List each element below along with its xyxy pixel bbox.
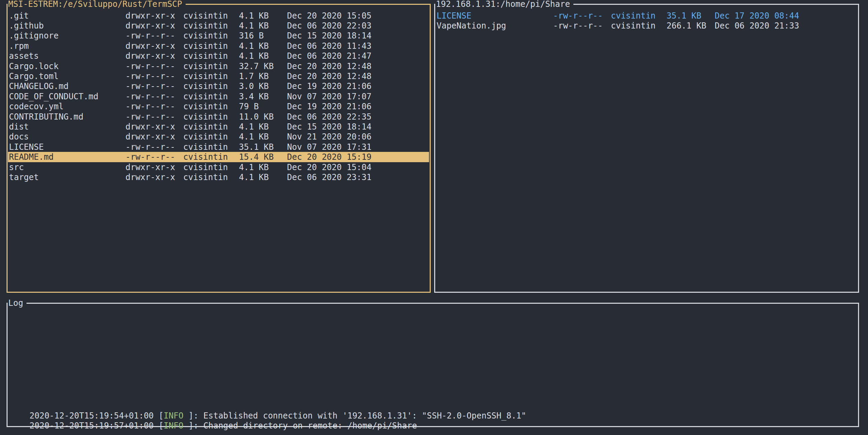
local-file-list: .git drwxr-xr-x cvisintin 4.1 KB Dec 20 … [8, 5, 430, 292]
file-row[interactable]: dist drwxr-xr-x cvisintin 4.1 KB Dec 15 … [8, 122, 429, 132]
file-owner: cvisintin [183, 142, 239, 152]
file-owner: cvisintin [183, 41, 239, 51]
file-size: 3.4 KB [239, 92, 287, 101]
file-name: dist [9, 122, 125, 132]
file-permissions: -rw-r--r-- [125, 81, 183, 91]
termscp-screen: MSI-ESTREM:/e/Sviluppo/Rust/TermSCP .git… [0, 0, 868, 435]
file-name: Cargo.lock [9, 62, 125, 71]
file-modified: Dec 06 2020 21:33 [715, 21, 857, 31]
file-size: 266.1 KB [667, 21, 715, 31]
file-row[interactable]: .github drwxr-xr-x cvisintin 4.1 KB Dec … [8, 21, 429, 31]
file-row[interactable]: CHANGELOG.md -rw-r--r-- cvisintin 3.0 KB… [8, 81, 429, 91]
file-row[interactable]: src drwxr-xr-x cvisintin 4.1 KB Dec 20 2… [8, 162, 429, 172]
file-row[interactable]: codecov.yml -rw-r--r-- cvisintin 79 B De… [8, 102, 429, 112]
log-panel: Log 2020-12-20T15:19:54+01:00 [INFO ]: E… [7, 303, 859, 427]
file-owner: cvisintin [183, 102, 239, 111]
file-row[interactable]: CONTRIBUTING.md -rw-r--r-- cvisintin 11.… [8, 112, 429, 122]
file-owner: cvisintin [183, 81, 239, 91]
file-owner: cvisintin [183, 92, 239, 101]
log-timestamp: 2020-12-20T15:19:54+01:00 [ [30, 411, 164, 421]
file-owner: cvisintin [183, 71, 239, 81]
remote-file-list: LICENSE -rw-r--r-- cvisintin 35.1 KB Dec… [435, 5, 858, 292]
file-modified: Dec 06 2020 21:47 [287, 51, 429, 61]
file-name: README.md [9, 152, 125, 162]
file-owner: cvisintin [183, 11, 239, 21]
file-owner: cvisintin [183, 163, 239, 172]
file-name: CODE_OF_CONDUCT.md [9, 92, 125, 101]
file-permissions: -rw-r--r-- [553, 11, 611, 21]
file-permissions: drwxr-xr-x [125, 163, 183, 172]
file-size: 11.0 KB [239, 112, 287, 122]
file-owner: cvisintin [611, 21, 667, 31]
file-modified: Dec 19 2020 21:06 [287, 102, 429, 111]
file-name: .gitignore [9, 31, 125, 41]
file-row[interactable]: VapeNation.jpg -rw-r--r-- cvisintin 266.… [436, 21, 857, 31]
file-modified: Dec 06 2020 23:31 [287, 172, 429, 182]
file-permissions: -rw-r--r-- [125, 92, 183, 101]
file-modified: Dec 20 2020 15:04 [287, 163, 429, 172]
file-modified: Nov 07 2020 17:07 [287, 92, 429, 101]
log-level-badge: INFO [164, 421, 188, 431]
file-name: Cargo.toml [9, 71, 125, 81]
log-message: Established connection with '192.168.1.3… [204, 411, 526, 421]
file-name: CHANGELOG.md [9, 81, 125, 91]
file-row[interactable]: LICENSE -rw-r--r-- cvisintin 35.1 KB Nov… [8, 142, 429, 152]
file-row[interactable]: README.md -rw-r--r-- cvisintin 15.4 KB D… [8, 152, 429, 162]
log-timestamp: 2020-12-20T15:19:57+01:00 [ [30, 421, 164, 431]
log-separator: ]: [188, 411, 203, 421]
file-name: .git [9, 11, 125, 21]
file-size: 4.1 KB [239, 21, 287, 31]
file-permissions: -rw-r--r-- [125, 112, 183, 122]
file-row[interactable]: Cargo.lock -rw-r--r-- cvisintin 32.7 KB … [8, 61, 429, 71]
file-modified: Dec 06 2020 22:35 [287, 112, 429, 122]
file-owner: cvisintin [183, 152, 239, 162]
file-modified: Dec 06 2020 11:43 [287, 41, 429, 51]
file-size: 4.1 KB [239, 122, 287, 132]
file-permissions: -rw-r--r-- [125, 71, 183, 81]
file-permissions: drwxr-xr-x [125, 132, 183, 142]
file-permissions: drwxr-xr-x [125, 21, 183, 31]
file-row[interactable]: docs drwxr-xr-x cvisintin 4.1 KB Nov 21 … [8, 132, 429, 142]
file-size: 4.1 KB [239, 41, 287, 51]
file-owner: cvisintin [183, 62, 239, 71]
file-name: CONTRIBUTING.md [9, 112, 125, 122]
file-row[interactable]: LICENSE -rw-r--r-- cvisintin 35.1 KB Dec… [436, 11, 857, 21]
file-size: 32.7 KB [239, 62, 287, 71]
file-size: 4.1 KB [239, 172, 287, 182]
log-panel-title: Log [8, 298, 26, 308]
file-permissions: drwxr-xr-x [125, 172, 183, 182]
file-row[interactable]: .git drwxr-xr-x cvisintin 4.1 KB Dec 20 … [8, 11, 429, 21]
file-owner: cvisintin [183, 31, 239, 41]
file-row[interactable]: assets drwxr-xr-x cvisintin 4.1 KB Dec 0… [8, 51, 429, 61]
file-permissions: drwxr-xr-x [125, 122, 183, 132]
file-name: LICENSE [437, 11, 553, 21]
file-modified: Dec 17 2020 08:44 [715, 11, 857, 21]
file-name: .github [9, 21, 125, 31]
file-row[interactable]: CODE_OF_CONDUCT.md -rw-r--r-- cvisintin … [8, 91, 429, 101]
file-permissions: drwxr-xr-x [125, 51, 183, 61]
file-permissions: drwxr-xr-x [125, 41, 183, 51]
file-owner: cvisintin [183, 51, 239, 61]
file-name: target [9, 172, 125, 182]
file-modified: Dec 06 2020 22:03 [287, 21, 429, 31]
file-row[interactable]: .gitignore -rw-r--r-- cvisintin 316 B De… [8, 31, 429, 41]
file-size: 15.4 KB [239, 152, 287, 162]
file-size: 79 B [239, 102, 287, 111]
file-row[interactable]: Cargo.toml -rw-r--r-- cvisintin 1.7 KB D… [8, 71, 429, 81]
file-permissions: -rw-r--r-- [125, 62, 183, 71]
file-size: 4.1 KB [239, 163, 287, 172]
file-name: assets [9, 51, 125, 61]
file-owner: cvisintin [183, 21, 239, 31]
log-entry: 2020-12-20T15:19:54+01:00 [INFO ]: Estab… [10, 401, 857, 411]
file-size: 4.1 KB [239, 132, 287, 142]
file-modified: Nov 07 2020 17:31 [287, 142, 429, 152]
file-modified: Nov 21 2020 20:06 [287, 132, 429, 142]
file-row[interactable]: target drwxr-xr-x cvisintin 4.1 KB Dec 0… [8, 172, 429, 182]
file-owner: cvisintin [183, 112, 239, 122]
file-name: LICENSE [9, 142, 125, 152]
file-row[interactable]: .rpm drwxr-xr-x cvisintin 4.1 KB Dec 06 … [8, 41, 429, 51]
file-permissions: -rw-r--r-- [125, 31, 183, 41]
file-modified: Dec 15 2020 18:14 [287, 31, 429, 41]
file-size: 3.0 KB [239, 81, 287, 91]
file-size: 1.7 KB [239, 71, 287, 81]
